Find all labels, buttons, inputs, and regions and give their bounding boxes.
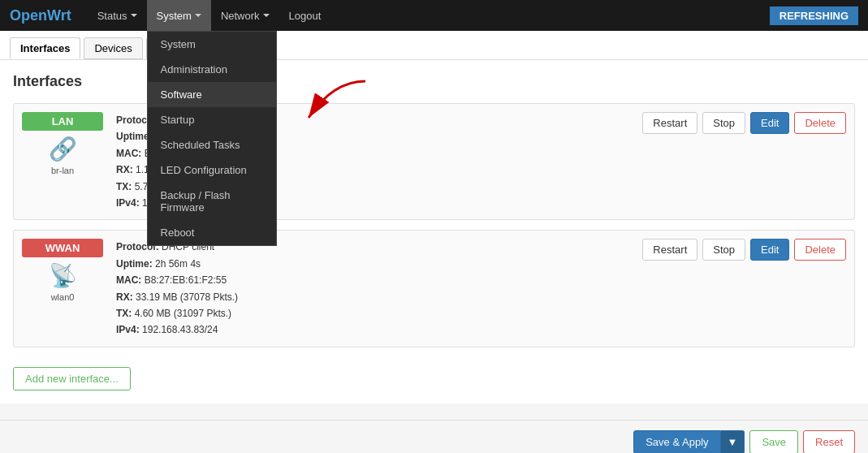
- dropdown-administration[interactable]: Administration: [148, 57, 276, 82]
- footer-bar: Save & Apply ▼ Save Reset: [0, 420, 868, 453]
- dropdown-reboot[interactable]: Reboot: [148, 220, 276, 245]
- save-button[interactable]: Save: [749, 430, 798, 453]
- rx-label-lan: RX:: [116, 164, 133, 175]
- nav-network-label: Network: [221, 10, 260, 22]
- brand: OpenWrt: [10, 7, 71, 24]
- tx-label-wwan: TX:: [116, 308, 132, 319]
- reset-button[interactable]: Reset: [803, 430, 855, 453]
- rx-label-wwan: RX:: [116, 291, 133, 303]
- add-interface-button[interactable]: Add new interface...: [13, 367, 131, 390]
- tab-devices[interactable]: Devices: [84, 37, 142, 59]
- iface-name-lan: LAN: [22, 112, 103, 131]
- save-apply-group: Save & Apply ▼: [633, 430, 745, 453]
- nav-logout-label: Logout: [289, 10, 322, 22]
- interface-card-wwan: WWAN 📡 wlan0 Protocol: DHCP client Uptim…: [13, 230, 855, 347]
- main-content: Interfaces LAN 🔗 br-lan Protocol: Static…: [0, 60, 868, 403]
- mac-label-wwan: MAC:: [116, 274, 141, 286]
- delete-button-lan[interactable]: Delete: [794, 112, 846, 134]
- nav-status-label: Status: [97, 10, 127, 22]
- iface-name-wwan: WWAN: [22, 239, 103, 257]
- nav-network-caret: [263, 14, 270, 17]
- uptime-value-wwan: 2h 56m 4s: [155, 258, 201, 270]
- brand-text: OpenWrt: [10, 7, 71, 24]
- restart-button-lan[interactable]: Restart: [642, 112, 697, 134]
- ipv4-label-lan: IPv4:: [116, 197, 140, 209]
- stop-button-lan[interactable]: Stop: [702, 112, 745, 134]
- dropdown-scheduled-tasks[interactable]: Scheduled Tasks: [148, 132, 276, 157]
- iface-details-wwan: Protocol: DHCP client Uptime: 2h 56m 4s …: [116, 239, 629, 338]
- rx-value-wwan: 33.19 MB (37078 Pkts.): [136, 291, 238, 303]
- ipv4-label-wwan: IPv4:: [116, 324, 140, 335]
- edit-button-lan[interactable]: Edit: [750, 112, 789, 134]
- nav-network[interactable]: Network: [211, 0, 279, 31]
- iface-actions-wwan: Restart Stop Edit Delete: [642, 239, 846, 261]
- dropdown-startup[interactable]: Startup: [148, 107, 276, 132]
- nav-status-caret: [131, 14, 137, 17]
- tx-label-lan: TX:: [116, 181, 132, 192]
- nav-status[interactable]: Status: [88, 0, 147, 31]
- nav-system-caret: [195, 14, 201, 17]
- refreshing-button[interactable]: REFRESHING: [770, 6, 858, 25]
- iface-dev-wwan: wlan0: [22, 292, 103, 302]
- tx-value-wwan: 4.60 MB (31097 Pkts.): [135, 308, 231, 319]
- interface-card-lan: LAN 🔗 br-lan Protocol: Static address Up…: [13, 103, 855, 220]
- iface-icon-lan: 🔗: [22, 136, 103, 162]
- system-dropdown: System Administration Software Startup S…: [147, 31, 277, 246]
- iface-badge-wwan: WWAN 📡 wlan0: [22, 239, 103, 302]
- tabs-row: Interfaces Devices Glob...: [0, 31, 868, 60]
- dropdown-backup-flash[interactable]: Backup / Flash Firmware: [148, 183, 276, 220]
- mac-label-lan: MAC:: [116, 148, 141, 159]
- save-apply-caret-button[interactable]: ▼: [721, 430, 745, 453]
- stop-button-wwan[interactable]: Stop: [702, 239, 745, 261]
- tab-interfaces[interactable]: Interfaces: [10, 37, 80, 59]
- dropdown-software[interactable]: Software: [148, 82, 276, 107]
- iface-dev-lan: br-lan: [22, 166, 103, 175]
- mac-value-wwan: B8:27:EB:61:F2:55: [145, 274, 227, 286]
- dropdown-led-configuration[interactable]: LED Configuration: [148, 157, 276, 183]
- iface-badge-lan: LAN 🔗 br-lan: [22, 112, 103, 175]
- navbar: OpenWrt Status System System Administrat…: [0, 0, 868, 31]
- uptime-label-wwan: Uptime:: [116, 258, 153, 270]
- nav-system[interactable]: System System Administration Software St…: [147, 0, 211, 31]
- nav-system-label: System: [157, 10, 192, 22]
- iface-icon-wwan: 📡: [22, 262, 103, 289]
- section-title: Interfaces: [13, 73, 855, 90]
- save-apply-button[interactable]: Save & Apply: [633, 430, 720, 453]
- ipv4-value-wwan: 192.168.43.83/24: [142, 324, 218, 335]
- delete-button-wwan[interactable]: Delete: [794, 239, 846, 261]
- nav-logout[interactable]: Logout: [279, 0, 331, 31]
- edit-button-wwan[interactable]: Edit: [750, 239, 789, 261]
- restart-button-wwan[interactable]: Restart: [642, 239, 697, 261]
- iface-actions-lan: Restart Stop Edit Delete: [642, 112, 846, 134]
- dropdown-system[interactable]: System: [148, 32, 276, 57]
